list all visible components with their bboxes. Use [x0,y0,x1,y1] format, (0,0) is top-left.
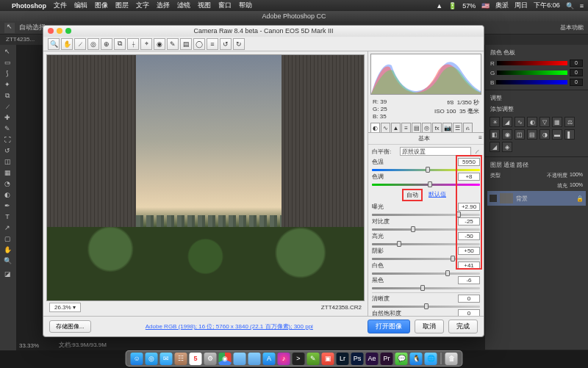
menu-layer[interactable]: 图层 [115,1,129,10]
menu-file[interactable]: 文件 [54,1,67,10]
acr-highlights-slider[interactable] [372,241,480,247]
adj-hue-icon[interactable]: ▦ [552,117,562,127]
tool-zoom[interactable]: 🔍 [0,256,15,266]
menu-edit[interactable]: 编辑 [74,1,87,10]
acr-tint-value[interactable]: +8 [458,173,480,181]
tool-path[interactable]: ↗ [0,223,15,233]
battery-icon[interactable]: 🔋 [448,2,456,10]
wb-select[interactable]: 原照设置 [400,147,471,156]
acr-straighten-icon[interactable]: ⟊ [127,38,139,50]
tool-history[interactable]: ↺ [0,145,15,156]
tool-shape[interactable]: ▢ [0,234,15,244]
move-tool-icon[interactable]: ↖ [4,23,15,33]
workspace-label[interactable]: 基本功能 [560,24,584,32]
acr-contrast-value[interactable]: -25 [458,217,480,226]
dock-chrome-icon[interactable]: ◉ [219,353,232,365]
menu-image[interactable]: 图像 [95,1,108,10]
acr-tab-camera-icon[interactable]: 📷 [442,123,452,132]
dock-settings-icon[interactable]: ⚙ [204,353,217,365]
dock-photoshop-icon[interactable]: Ps [351,353,364,365]
menu-photoshop[interactable]: Photoshop [12,2,46,10]
layer-opacity-value[interactable]: 100% [570,172,583,179]
acr-blacks-value[interactable]: -6 [458,276,480,284]
tool-crop[interactable]: ⧉ [0,90,15,101]
adj-gradient-icon[interactable]: ◢ [490,142,500,152]
dock-contacts-icon[interactable]: ☷ [175,353,187,365]
dock-after-effects-icon[interactable]: Ae [366,353,379,365]
dock-folder2-icon[interactable] [248,353,261,365]
acr-tab-lens-icon[interactable]: ◎ [422,123,431,132]
dock-folder1-icon[interactable] [234,353,246,365]
dock-finder-icon[interactable]: ☺ [131,353,143,365]
spotlight-icon[interactable]: 🔍 [566,2,574,10]
menu-window[interactable]: 窗口 [218,1,232,10]
tool-eyedropper[interactable]: ⟋ [0,101,15,112]
adj-exposure-icon[interactable]: ◐ [527,117,537,127]
acr-histogram[interactable] [370,54,481,95]
adj-balance-icon[interactable]: ⚖ [564,117,575,127]
acr-hand-tool-icon[interactable]: ✋ [61,38,73,50]
acr-workflow-link[interactable]: Adobe RGB (1998); 16 位; 5760 x 3840 (22.… [146,322,313,331]
acr-shadows-value[interactable]: +50 [458,247,480,255]
menu-filter[interactable]: 滤镜 [177,1,190,10]
tool-marquee[interactable]: ▭ [0,57,15,68]
adj-levels-icon[interactable]: ◢ [502,117,512,127]
panel-adjust-tab[interactable]: 调整 [487,93,586,104]
menu-type[interactable]: 文字 [136,1,149,10]
tool-eraser[interactable]: ◫ [0,156,15,167]
wifi-icon[interactable]: ▲ [436,2,442,10]
dock-mail-icon[interactable]: ✉ [160,353,173,365]
acr-highlights-value[interactable]: -50 [458,232,480,240]
tool-fg-bg[interactable]: ◪ [0,267,15,281]
dock-qq-icon[interactable]: 🐧 [410,353,423,365]
acr-zoom-select[interactable]: 26.3% ▾ [49,303,81,312]
tool-lasso[interactable]: ⟆ [0,68,15,79]
window-close-icon[interactable] [48,28,54,34]
dock-wechat-icon[interactable]: 💬 [395,353,408,365]
dock-trash-icon[interactable]: 🗑 [445,353,458,365]
dock-calendar-icon[interactable]: 5 [190,353,202,365]
menubar-extra[interactable]: 奧派 [495,1,509,10]
acr-tint-slider[interactable] [372,181,480,187]
acr-tab-detail-icon[interactable]: ▲ [391,123,401,132]
acr-clarity-value[interactable]: 0 [458,295,480,303]
acr-redeye-icon[interactable]: ◉ [154,38,165,50]
acr-tab-curve-icon[interactable]: ∿ [381,123,390,132]
menu-help[interactable]: 帮助 [239,1,252,10]
acr-prefs-icon[interactable]: ≡ [207,38,218,50]
acr-tab-hsl-icon[interactable]: ≡ [401,123,411,132]
acr-temperature-slider[interactable] [372,167,480,173]
adj-threshold-icon[interactable]: ▌ [564,129,575,140]
layer-lock-icon[interactable]: 🔒 [576,195,584,202]
adj-lookup-icon[interactable]: ▤ [527,129,537,140]
adj-photo-filter-icon[interactable]: ◉ [502,129,512,140]
tool-blur[interactable]: ◔ [0,178,15,189]
layer-visibility-icon[interactable] [490,195,497,202]
acr-cancel-button[interactable]: 取消 [415,320,444,333]
acr-wb-tool-icon[interactable]: ⟋ [74,38,86,50]
acr-preview-image[interactable] [46,54,365,301]
acr-adj-brush-icon[interactable]: ✎ [167,38,179,50]
adj-selective-icon[interactable]: ◈ [502,142,512,152]
acr-crop-tool-icon[interactable]: ⧉ [114,38,126,50]
acr-grad-filter-icon[interactable]: ▤ [180,38,192,50]
acr-color-sampler-icon[interactable]: ◎ [87,38,99,50]
layer-row-bg[interactable]: 背景 🔒 [487,191,586,206]
adj-brightness-icon[interactable]: ☀ [490,117,500,127]
tool-stamp[interactable]: ⛶ [0,134,15,145]
acr-target-adjust-icon[interactable]: ⊕ [101,38,112,50]
notif-center-icon[interactable]: ≡ [580,2,584,10]
adj-bw-icon[interactable]: ◧ [490,129,500,140]
acr-blacks-slider[interactable] [372,285,480,291]
acr-contrast-slider[interactable] [372,226,480,232]
dock-globe-icon[interactable]: 🌐 [425,353,437,365]
tool-heal[interactable]: ✚ [0,112,15,123]
tool-type[interactable]: T [0,212,15,222]
menu-select[interactable]: 选择 [157,1,170,10]
dock-app-red-icon[interactable]: ▣ [322,353,334,365]
color-g-value[interactable]: 0 [570,69,583,76]
tool-pen[interactable]: ✒ [0,201,15,211]
color-b-value[interactable]: 0 [570,79,583,86]
wb-eyedropper-icon[interactable]: ⟋ [474,148,480,155]
dock-lightroom-icon[interactable]: Lr [337,353,349,365]
